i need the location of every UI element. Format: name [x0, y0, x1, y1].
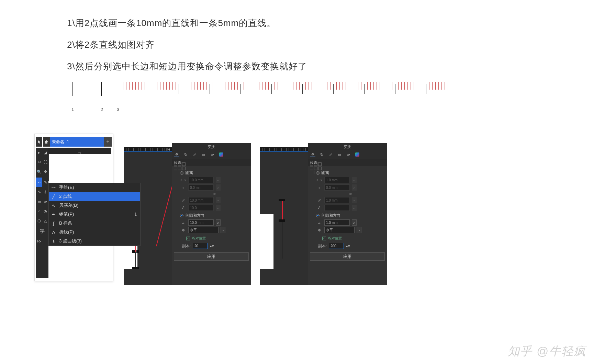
crop-tool[interactable]: ✂ — [36, 157, 42, 167]
pick-tool-icon[interactable] — [36, 137, 42, 147]
direction-icon: ✥ — [180, 228, 186, 232]
ellipse2-tool[interactable]: ◔ — [42, 206, 48, 216]
pick-tool[interactable]: ▸ — [36, 148, 42, 157]
freehand-tool[interactable]: 〰 — [36, 178, 42, 187]
star-tool[interactable]: △ — [42, 216, 48, 226]
select-direction-2[interactable]: 水平 — [324, 227, 355, 233]
spin-dist-v[interactable]: ▴▾ — [216, 184, 221, 191]
two-point-line-icon: ╱ — [51, 194, 56, 199]
flyout-bspline[interactable]: ∫B 样条 — [49, 219, 140, 228]
origin-anchor-grid[interactable] — [174, 162, 186, 174]
instructions-block: 1\用2点线画一条10mm的直线和一条5mm的直线。 2\将2条直线如图对齐 3… — [0, 0, 593, 72]
document-tab[interactable]: 未命名 -1 — [50, 137, 104, 147]
shape-tool[interactable]: ◢ — [42, 148, 48, 157]
ruler-label-3: 3 — [117, 107, 119, 112]
three-point-curve-icon: ⤹ — [51, 239, 56, 244]
add-tab-button[interactable]: + — [104, 137, 112, 147]
tab-scale-icon[interactable]: ⤢ — [192, 152, 197, 157]
radio-gap[interactable] — [180, 214, 183, 217]
rect2-tool[interactable]: ▱ — [42, 197, 48, 206]
artistic-tool[interactable]: ✎ — [42, 178, 48, 187]
instruction-step2: 2\将2条直线如图对齐 — [67, 39, 593, 51]
tab-rotate-icon[interactable]: ↻ — [183, 152, 188, 157]
panel3-canvas — [260, 152, 308, 285]
spin-gap-2[interactable]: ▴▾ — [352, 219, 357, 226]
spin-angle-deg-2[interactable]: ▴▾ — [352, 205, 357, 211]
home-icon[interactable] — [43, 137, 50, 147]
direction-icon-2: ✥ — [316, 228, 322, 232]
spin-angle-len-2[interactable]: ▴▾ — [352, 197, 357, 203]
radio-gap-2[interactable] — [316, 214, 320, 217]
docker-title: 变换 — [172, 143, 251, 150]
input-angle-deg[interactable]: 10.0 — [188, 205, 214, 211]
checkbox-relative[interactable]: ✓ — [186, 237, 190, 240]
spin-angle-deg[interactable]: ▴▾ — [216, 205, 221, 211]
apply-button[interactable]: 应用 — [174, 252, 249, 261]
curve-tool[interactable]: ∿ — [36, 187, 42, 197]
input-gap[interactable]: 10.0 mm — [188, 219, 214, 226]
ruler-label-2: 2 — [101, 107, 103, 112]
spin-dist-v-2[interactable]: ▴▾ — [352, 184, 357, 191]
spin-angle-len[interactable]: ▴▾ — [216, 197, 221, 203]
input-angle-deg-2[interactable] — [324, 205, 350, 211]
flyout-three-point-curve[interactable]: ⤹3 点曲线(3) — [49, 237, 140, 246]
input-angle-len[interactable]: 10.0 mm — [188, 197, 214, 203]
tab-project-icon[interactable] — [219, 152, 224, 157]
flyout-pen[interactable]: ✒钢笔(P)1 — [49, 210, 140, 219]
spin-dist-h[interactable]: ▴▾ — [216, 177, 221, 183]
input-gap-2[interactable]: 1.0 mm — [324, 219, 350, 226]
transform-panel-short: 变换 ✥ ↻ ⤢ ▭ ▱ 位置 距离 ⟷1.0 mm▴▾ ↕0.0 mm▴▾ o… — [260, 134, 387, 285]
spin-dist-h-2[interactable]: ▴▾ — [352, 177, 357, 183]
input-dist-h[interactable]: 10.0 mm — [188, 177, 214, 183]
tab-position-icon-2[interactable]: ✥ — [310, 152, 315, 157]
vert-icon-2: ↕ — [316, 185, 322, 190]
transform-docker: 变换 ✥ ↻ ⤢ ▭ ▱ 位置 距离 ⟷10.0 mm▴▾ ↕0.0 mm▴▾ … — [172, 143, 251, 285]
flyout-two-point-line[interactable]: ╱2 点线 — [49, 192, 140, 201]
radio-distance-2[interactable] — [316, 171, 320, 175]
selection-short-line[interactable] — [279, 200, 286, 259]
docker-tab-row-2: ✥ ↻ ⤢ ▭ ▱ — [308, 150, 387, 159]
input-dist-v-2[interactable]: 0.0 mm — [324, 184, 350, 191]
spin-gap[interactable]: ▴▾ — [216, 219, 221, 226]
direction-dropdown[interactable]: ▾ — [221, 227, 225, 233]
docker-title-2: 变换 — [308, 143, 387, 150]
tab-skew-icon-2[interactable]: ▱ — [346, 152, 351, 157]
zoom-tool[interactable]: 🔍 — [36, 167, 42, 177]
tab-rotate-icon-2[interactable]: ↻ — [319, 152, 324, 157]
crop2-tool[interactable]: ⛶ — [42, 157, 48, 167]
direction-dropdown-2[interactable]: ▾ — [357, 227, 361, 233]
tab-position-icon[interactable]: ✥ — [174, 152, 179, 157]
select-direction[interactable]: 水平 — [188, 227, 219, 233]
tab-skew-icon[interactable]: ▱ — [210, 152, 215, 157]
toolbox-sidebar: ▸◢ ✂⛶ 🔍✥ 〰✎ ∿∮ ▭▱ ○◔ ⬡△ 字 R- — [36, 148, 48, 278]
input-angle-len-2[interactable]: 1.0 mm — [324, 197, 350, 203]
vert-icon: ↕ — [180, 185, 186, 190]
dim-tool[interactable]: R- — [36, 236, 42, 246]
origin-anchor-grid-2[interactable] — [310, 162, 322, 174]
flyout-bezier[interactable]: ∿贝塞尔(B) — [49, 201, 140, 210]
checkbox-relative-2[interactable]: ✓ — [322, 237, 326, 240]
tab-size-icon[interactable]: ▭ — [201, 152, 206, 157]
ellipse-tool[interactable]: ○ — [36, 206, 42, 216]
flyout-freehand[interactable]: 〰手绘(E) — [49, 183, 140, 192]
tab-scale-icon-2[interactable]: ⤢ — [328, 152, 333, 157]
flyout-polyline[interactable]: Λ折线(P) — [49, 228, 140, 237]
tab-size-icon-2[interactable]: ▭ — [337, 152, 342, 157]
ruler-illustration: 1 2 3 — [69, 82, 454, 113]
curve2-tool[interactable]: ∮ — [42, 187, 48, 197]
pan-tool[interactable]: ✥ — [42, 167, 48, 177]
tab-project-icon-2[interactable] — [355, 152, 360, 157]
input-dist-v[interactable]: 0.0 mm — [188, 184, 214, 191]
spin-copies[interactable]: ▴▾ — [210, 244, 214, 248]
checkbox-relative-label-2: 相对位置 — [328, 236, 342, 241]
input-copies[interactable]: 20 — [193, 243, 208, 249]
radio-distance[interactable] — [180, 171, 183, 175]
input-copies-2[interactable]: 200 — [329, 243, 344, 249]
apply-button-2[interactable]: 应用 — [310, 252, 385, 261]
polygon-tool[interactable]: ⬡ — [36, 216, 42, 226]
rectangle-tool[interactable]: ▭ — [36, 197, 42, 206]
text-tool[interactable]: 字 — [36, 227, 48, 236]
input-dist-h-2[interactable]: 1.0 mm — [324, 177, 350, 183]
freehand-icon: 〰 — [51, 185, 56, 190]
spin-copies-2[interactable]: ▴▾ — [346, 244, 350, 248]
